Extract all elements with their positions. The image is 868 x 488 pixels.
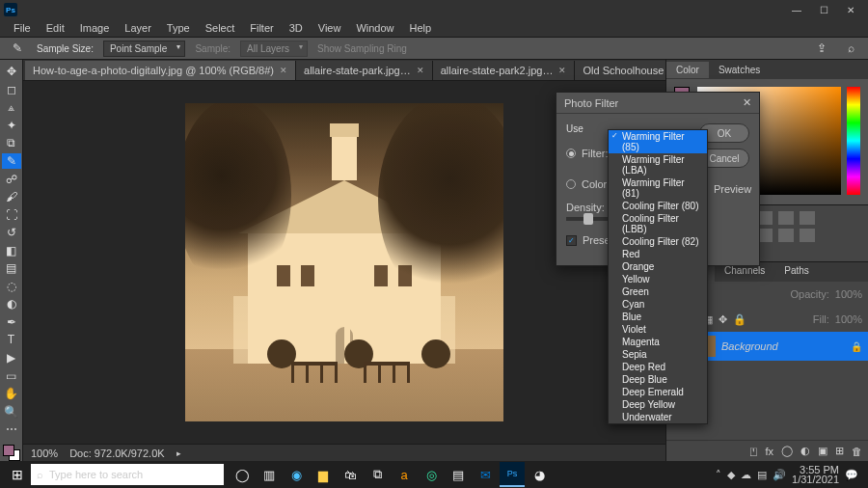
filter-option[interactable]: Cooling Filter (80) [609, 200, 707, 212]
path-select-tool-icon[interactable]: ▶ [2, 350, 21, 366]
menu-edit[interactable]: Edit [39, 20, 72, 36]
eyedropper-tool-icon[interactable]: ✎ [2, 153, 21, 170]
filter-option[interactable]: Warming Filter (LBA) [609, 153, 707, 176]
document-info[interactable]: Doc: 972.0K/972.0K [69, 447, 164, 459]
filter-option[interactable]: Green [609, 285, 707, 298]
photoshop-taskbar-icon[interactable]: Ps [500, 462, 525, 487]
taskbar-search[interactable]: ⌕ Type here to search [31, 464, 224, 485]
filter-option[interactable]: Deep Yellow [609, 398, 707, 411]
close-tab-icon[interactable]: ✕ [558, 66, 566, 75]
chrome-icon[interactable]: ◕ [527, 462, 552, 487]
filter-option[interactable]: Yellow [609, 273, 707, 285]
brush-tool-icon[interactable]: 🖌 [2, 189, 21, 205]
menu-layer[interactable]: Layer [117, 20, 159, 36]
network-icon[interactable]: ▤ [757, 469, 767, 481]
start-button[interactable]: ⊞ [4, 461, 31, 488]
filter-option[interactable]: Cooling Filter (82) [609, 235, 707, 248]
tray-overflow-icon[interactable]: ˄ [716, 469, 721, 481]
move-tool-icon[interactable]: ✥ [2, 64, 21, 80]
zoom-tool-icon[interactable]: 🔍 [2, 403, 21, 420]
menu-image[interactable]: Image [72, 20, 118, 36]
eraser-tool-icon[interactable]: ◧ [2, 242, 21, 258]
tray-app-icon[interactable]: ◆ [727, 469, 735, 481]
cortana-icon[interactable]: ◯ [230, 462, 255, 487]
color-radio[interactable] [566, 179, 576, 189]
filter-dropdown-list[interactable]: Warming Filter (85)Warming Filter (LBA)W… [608, 129, 708, 424]
hue-slider[interactable] [847, 87, 860, 195]
filter-option[interactable]: Blue [609, 311, 707, 323]
filter-option[interactable]: Cooling Filter (LBB) [609, 212, 707, 235]
dialog-titlebar[interactable]: Photo Filter ✕ [556, 93, 759, 114]
slider-knob[interactable] [583, 213, 593, 225]
delete-layer-icon[interactable]: 🗑 [852, 446, 862, 457]
link-layers-icon[interactable]: ⍞ [750, 446, 757, 457]
share-icon[interactable]: ⇪ [812, 40, 831, 57]
bw-icon[interactable] [800, 211, 815, 225]
mail-icon[interactable]: ✉ [473, 462, 498, 487]
dialog-close-icon[interactable]: ✕ [743, 96, 751, 109]
close-tab-icon[interactable]: ✕ [417, 66, 424, 75]
gradient-tool-icon[interactable]: ▤ [2, 260, 21, 277]
menu-window[interactable]: Window [348, 20, 401, 36]
filter-option[interactable]: Cyan [609, 298, 707, 311]
filter-option[interactable]: Deep Red [609, 361, 707, 373]
document-tab[interactable]: How-to-age-a-photo-digitally.jpg @ 100% … [25, 61, 296, 80]
healing-tool-icon[interactable]: ☍ [2, 171, 21, 187]
notifications-icon[interactable]: 💬 [845, 469, 858, 481]
new-group-icon[interactable]: ▣ [818, 445, 827, 457]
sample-size-dropdown[interactable]: Point Sample [103, 41, 185, 57]
blur-tool-icon[interactable]: ◌ [2, 279, 21, 295]
store-icon[interactable]: 🛍 [338, 462, 363, 487]
zoom-level[interactable]: 100% [31, 447, 58, 459]
show-ring-label[interactable]: Show Sampling Ring [317, 43, 407, 54]
menu-type[interactable]: Type [159, 20, 198, 36]
onedrive-icon[interactable]: ☁ [741, 469, 751, 481]
filter-option[interactable]: Red [609, 248, 707, 260]
filter-option[interactable]: Magenta [609, 336, 707, 348]
search-icon[interactable]: ⌕ [841, 40, 860, 57]
crop-tool-icon[interactable]: ⧉ [2, 135, 21, 151]
hand-tool-icon[interactable]: ✋ [2, 386, 21, 402]
layer-name[interactable]: Background [721, 340, 778, 352]
close-button[interactable]: ✕ [837, 1, 864, 18]
filter-option[interactable]: Underwater [609, 411, 707, 423]
filter-option[interactable]: Orange [609, 260, 707, 273]
type-tool-icon[interactable]: T [2, 332, 21, 348]
pen-tool-icon[interactable]: ✒ [2, 314, 21, 331]
filter-option[interactable]: Sepia [609, 348, 707, 361]
info-chevron-icon[interactable]: ▸ [176, 448, 181, 458]
volume-icon[interactable]: 🔊 [773, 469, 786, 481]
filter-option[interactable]: Warming Filter (81) [609, 176, 707, 200]
more-tools-icon[interactable]: ⋯ [2, 421, 21, 438]
filter-option[interactable]: Deep Blue [609, 373, 707, 386]
hue-icon[interactable] [778, 211, 794, 225]
preserve-luminosity-checkbox[interactable]: ✓ [566, 235, 577, 246]
stamp-tool-icon[interactable]: ⛶ [2, 206, 21, 223]
tripadvisor-icon[interactable]: ◎ [419, 462, 444, 487]
menu-view[interactable]: View [311, 20, 349, 36]
lasso-tool-icon[interactable]: ⟁ [2, 99, 21, 116]
document-tab[interactable]: allaire-state-park2.jpg…✕ [433, 61, 576, 80]
close-tab-icon[interactable]: ✕ [280, 66, 287, 75]
tab-color[interactable]: Color [666, 62, 709, 78]
fg-bg-swatch[interactable] [3, 445, 20, 461]
filter-radio[interactable] [566, 149, 576, 158]
new-layer-icon[interactable]: ⊞ [835, 445, 844, 457]
layer-mask-icon[interactable]: ◯ [781, 445, 793, 457]
fill-value[interactable]: 100% [835, 313, 862, 325]
history-brush-tool-icon[interactable]: ↺ [2, 225, 21, 241]
dropbox-icon[interactable]: ⧉ [365, 462, 390, 487]
marquee-tool-icon[interactable]: ◻ [2, 82, 21, 98]
task-view-icon[interactable]: ▥ [257, 462, 282, 487]
layer-fx-icon[interactable]: fx [765, 446, 773, 457]
filter-option[interactable]: Warming Filter (85) [609, 130, 707, 153]
minimize-button[interactable]: — [783, 1, 810, 18]
document-tab[interactable]: Old Schoolhouse 8 X 8.jpg✕ [575, 61, 665, 80]
filter-option[interactable]: Deep Emerald [609, 386, 707, 398]
lock-all-icon[interactable]: 🔒 [733, 313, 746, 326]
menu-select[interactable]: Select [198, 20, 243, 36]
shape-tool-icon[interactable]: ▭ [2, 367, 21, 384]
menu-3d[interactable]: 3D [282, 20, 311, 36]
explorer-icon[interactable]: ▆ [311, 462, 336, 487]
gradient-map-icon[interactable] [800, 229, 815, 242]
